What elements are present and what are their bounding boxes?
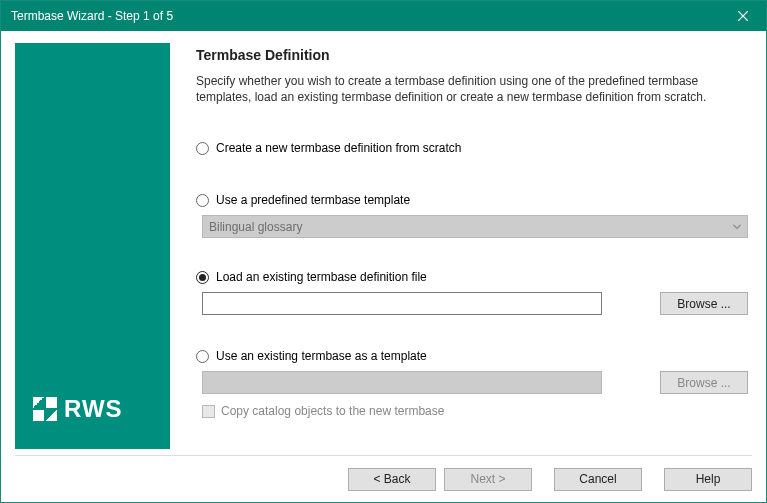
radio-load[interactable] bbox=[196, 271, 209, 284]
titlebar: Termbase Wizard - Step 1 of 5 bbox=[1, 1, 766, 31]
copy-catalog-label: Copy catalog objects to the new termbase bbox=[221, 404, 444, 418]
existing-file-input bbox=[202, 371, 602, 394]
option-existing[interactable]: Use an existing termbase as a template bbox=[196, 349, 748, 363]
copy-catalog-checkbox bbox=[202, 405, 215, 418]
option-create[interactable]: Create a new termbase definition from sc… bbox=[196, 141, 748, 155]
load-browse-button[interactable]: Browse ... bbox=[660, 292, 748, 315]
next-button: Next > bbox=[444, 468, 532, 491]
main-panel: Termbase Definition Specify whether you … bbox=[196, 43, 752, 449]
wizard-window: Termbase Wizard - Step 1 of 5 RWS Termba… bbox=[0, 0, 767, 503]
cancel-button[interactable]: Cancel bbox=[554, 468, 642, 491]
option-existing-group: Use an existing termbase as a template B… bbox=[196, 349, 748, 418]
copy-catalog-row: Copy catalog objects to the new termbase bbox=[196, 404, 748, 418]
rws-logo: RWS bbox=[33, 389, 160, 429]
option-create-label: Create a new termbase definition from sc… bbox=[216, 141, 461, 155]
page-heading: Termbase Definition bbox=[196, 47, 748, 63]
radio-predefined[interactable] bbox=[196, 194, 209, 207]
option-load-label: Load an existing termbase definition fil… bbox=[216, 270, 427, 284]
radio-existing[interactable] bbox=[196, 350, 209, 363]
option-predefined[interactable]: Use a predefined termbase template bbox=[196, 193, 748, 207]
page-description: Specify whether you wish to create a ter… bbox=[196, 73, 748, 105]
body: RWS Termbase Definition Specify whether … bbox=[1, 31, 766, 455]
option-load[interactable]: Load an existing termbase definition fil… bbox=[196, 270, 748, 284]
chevron-down-icon bbox=[733, 224, 741, 229]
predefined-row: Bilingual glossary bbox=[196, 215, 748, 238]
close-button[interactable] bbox=[720, 1, 766, 31]
option-predefined-group: Use a predefined termbase template Bilin… bbox=[196, 193, 748, 238]
help-button[interactable]: Help bbox=[664, 468, 752, 491]
option-load-group: Load an existing termbase definition fil… bbox=[196, 270, 748, 315]
existing-row: Browse ... bbox=[196, 371, 748, 394]
close-icon bbox=[738, 11, 748, 21]
option-create-group: Create a new termbase definition from sc… bbox=[196, 141, 748, 157]
existing-browse-button: Browse ... bbox=[660, 371, 748, 394]
template-select-value: Bilingual glossary bbox=[209, 220, 302, 234]
back-button[interactable]: < Back bbox=[348, 468, 436, 491]
load-row: Browse ... bbox=[196, 292, 748, 315]
window-title: Termbase Wizard - Step 1 of 5 bbox=[11, 9, 720, 23]
sidebar-banner: RWS bbox=[15, 43, 170, 449]
template-select: Bilingual glossary bbox=[202, 215, 748, 238]
rws-logo-mark bbox=[33, 397, 57, 421]
radio-create[interactable] bbox=[196, 142, 209, 155]
rws-logo-text: RWS bbox=[64, 395, 123, 423]
footer: < Back Next > Cancel Help bbox=[1, 456, 766, 502]
load-file-input[interactable] bbox=[202, 292, 602, 315]
option-existing-label: Use an existing termbase as a template bbox=[216, 349, 427, 363]
option-predefined-label: Use a predefined termbase template bbox=[216, 193, 410, 207]
